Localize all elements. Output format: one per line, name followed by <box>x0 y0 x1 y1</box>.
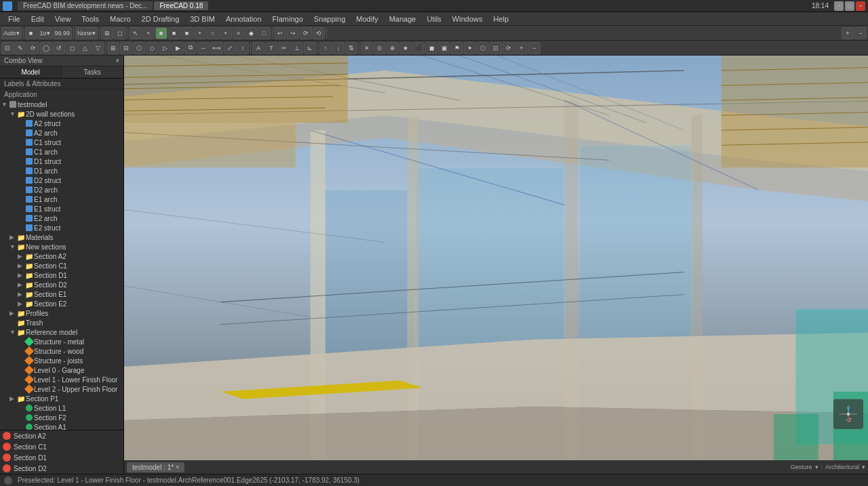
menu-macro[interactable]: Macro <box>104 14 136 24</box>
tree-item-section-a1[interactable]: Section A1 <box>0 422 123 430</box>
auto-dropdown[interactable]: Auto ▾ <box>1 27 22 39</box>
bottom-section-item[interactable]: Section D1 <box>0 452 123 463</box>
tb2-btn-11[interactable]: ⬡ <box>133 42 145 54</box>
tree-item-e2-struct[interactable]: E2 struct <box>0 223 123 232</box>
tb2-btn-29[interactable]: ⊙ <box>374 42 386 54</box>
tb2-btn-26[interactable]: ↓ <box>332 42 344 54</box>
tb2-btn-8[interactable]: ▽ <box>92 42 104 54</box>
tb2-btn-34[interactable]: ▣ <box>438 42 450 54</box>
combo-view-close[interactable]: × <box>115 57 119 64</box>
tree-item-d1-arch[interactable]: D1 arch <box>0 166 123 176</box>
tb2-btn-41[interactable]: − <box>528 42 540 54</box>
tree-item-a2-arch[interactable]: A2 arch <box>0 128 123 138</box>
tree-item-section-l1[interactable]: Section L1 <box>0 403 123 413</box>
bottom-section-item[interactable]: Section A2 <box>0 430 123 441</box>
tb-grid-btn[interactable]: ⊞ <box>101 27 113 39</box>
tb2-btn-7[interactable]: △ <box>79 42 91 54</box>
tree-item-section-f2[interactable]: Section F2 <box>0 413 123 422</box>
tree-item-d2-struct[interactable]: D2 struct <box>0 176 123 185</box>
tree-item-e1-struct[interactable]: E1 struct <box>0 204 123 214</box>
tree-item-new-sections[interactable]: ▼📁New sections <box>0 242 123 251</box>
tab-freecad-018[interactable]: FreeCAD 0.18 <box>154 1 208 10</box>
tb-btn-h[interactable]: ○ <box>207 27 219 39</box>
tree-toggle-section-c1[interactable]: ▶ <box>18 262 24 269</box>
minimize-button[interactable]: − <box>834 1 844 11</box>
viewport-tab-testmodel[interactable]: testmodel : 1* × <box>127 462 184 472</box>
menu-view[interactable]: View <box>50 14 77 24</box>
tb2-btn-28[interactable]: ✕ <box>361 42 373 54</box>
menu-tools[interactable]: Tools <box>76 14 104 24</box>
tb2-btn-22[interactable]: ✂ <box>278 42 290 54</box>
tb2-btn-24[interactable]: ⊾ <box>304 42 316 54</box>
tb2-btn-36[interactable]: ✦ <box>464 42 476 54</box>
tree-toggle-profiles[interactable]: ▶ <box>9 310 16 317</box>
tree-item-d2-arch[interactable]: D2 arch <box>0 185 123 195</box>
tb2-btn-39[interactable]: ⟳ <box>502 42 515 54</box>
tb-btn-b[interactable]: ↖ <box>130 27 142 39</box>
tree-item-2d-wall-sections[interactable]: ▼📁2D wall sections <box>0 109 123 119</box>
tb2-btn-25[interactable]: ↑ <box>319 42 332 54</box>
tree-toggle-section-p1[interactable]: ▶ <box>9 395 16 402</box>
tb-btn-l[interactable]: □ <box>258 27 271 39</box>
tree-item-section-e1[interactable]: ▶📁Section E1 <box>0 289 123 299</box>
tb2-btn-3[interactable]: ⟳ <box>27 42 39 54</box>
tb2-btn-37[interactable]: ⬡ <box>477 42 489 54</box>
3d-viewport[interactable]: Y −Z testmodel : 1* × Gesture ▾ | Archit <box>124 56 868 474</box>
menu-help[interactable]: Help <box>488 14 514 24</box>
tb2-btn-27[interactable]: ⇅ <box>345 42 357 54</box>
tb-btn-m[interactable]: ↩ <box>274 27 286 39</box>
tb2-btn-9[interactable]: ⊞ <box>107 42 119 54</box>
viewport-tab-close[interactable]: × <box>176 464 179 470</box>
tree-item-section-a2[interactable]: ▶📁Section A2 <box>0 251 123 261</box>
menu-edit[interactable]: Edit <box>26 14 50 24</box>
menu-2d-drafting[interactable]: 2D Drafting <box>136 14 185 24</box>
tb-btn-1[interactable]: ■ <box>25 27 37 39</box>
tb2-btn-21[interactable]: T <box>265 42 277 54</box>
tb2-btn-10[interactable]: ⊟ <box>120 42 132 54</box>
tb-btn-r[interactable]: − <box>854 27 867 39</box>
tree-item-section-p1[interactable]: ▶📁Section P1 <box>0 394 123 403</box>
menu-manage[interactable]: Manage <box>384 14 422 24</box>
tree-item-level1-lower[interactable]: Level 1 - Lower Finish Floor <box>0 375 123 384</box>
tree-item-c1-arch[interactable]: C1 arch <box>0 147 123 157</box>
tb2-btn-38[interactable]: ⊡ <box>490 42 502 54</box>
tree-toggle-section-d1[interactable]: ▶ <box>18 272 24 279</box>
tb2-btn-15[interactable]: ⧉ <box>184 42 197 54</box>
view-mode-dropdown[interactable]: ▾ <box>862 464 865 470</box>
tree-item-section-d2[interactable]: ▶📁Section D2 <box>0 280 123 289</box>
tb-btn-a[interactable]: ◻ <box>114 27 126 39</box>
tree-item-e2-arch[interactable]: E2 arch <box>0 214 123 223</box>
tree-item-structure-wood[interactable]: Structure - wood <box>0 346 123 356</box>
tree-item-level2-upper[interactable]: Level 2 - Upper Finish Floor <box>0 384 123 394</box>
tree-item-testmodel[interactable]: ▼testmodel <box>0 100 123 109</box>
tb-btn-q[interactable]: + <box>842 27 854 39</box>
tree-item-reference-model[interactable]: ▼📁Reference model <box>0 327 123 337</box>
tree-item-profiles[interactable]: ▶📁Profiles <box>0 308 123 318</box>
tree-item-materials[interactable]: ▶📁Materials <box>0 232 123 242</box>
tab-model[interactable]: Model <box>0 66 62 78</box>
menu-modify[interactable]: Modify <box>351 14 383 24</box>
tb2-btn-31[interactable]: ★ <box>399 42 412 54</box>
tree-toggle-reference-model[interactable]: ▼ <box>9 329 16 336</box>
tb-btn-d[interactable]: ■ <box>155 27 167 39</box>
tb2-btn-1[interactable]: ⊡ <box>1 42 14 54</box>
tb2-btn-40[interactable]: + <box>515 42 528 54</box>
tb2-btn-12[interactable]: ◇ <box>146 42 158 54</box>
tree-item-section-d1[interactable]: ▶📁Section D1 <box>0 270 123 280</box>
none-dropdown[interactable]: None ▾ <box>75 27 98 39</box>
tree-toggle-materials[interactable]: ▶ <box>9 234 16 241</box>
menu-file[interactable]: File <box>3 14 26 24</box>
tab-freecad-news[interactable]: FreeCAD BIM development news - Dec... <box>18 1 153 10</box>
tree-item-trash[interactable]: 📁Trash <box>0 318 123 327</box>
tb-btn-3[interactable]: 99.99 <box>53 27 73 39</box>
menu-windows[interactable]: Windows <box>447 14 488 24</box>
tree-toggle-2d-wall-sections[interactable]: ▼ <box>9 110 16 117</box>
tb2-btn-20[interactable]: A <box>252 42 264 54</box>
bottom-section-item[interactable]: Section C1 <box>0 441 123 452</box>
tb2-btn-13[interactable]: ▷ <box>159 42 171 54</box>
tb2-btn-33[interactable]: ◼ <box>425 42 437 54</box>
tb2-btn-23[interactable]: ⊥ <box>291 42 303 54</box>
tree-item-d1-struct[interactable]: D1 struct <box>0 157 123 166</box>
tb-btn-k[interactable]: ◆ <box>245 27 258 39</box>
tb-btn-e[interactable]: ■ <box>168 27 180 39</box>
